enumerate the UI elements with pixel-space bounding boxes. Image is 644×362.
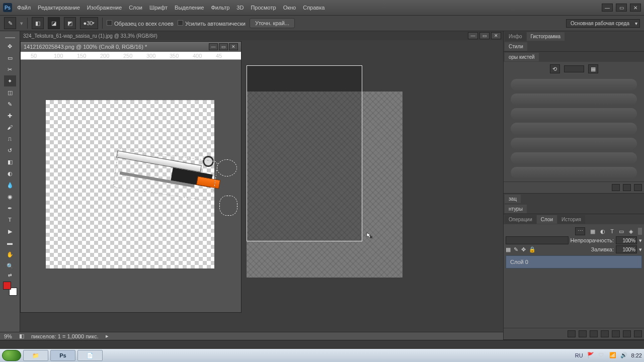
- menu-select[interactable]: Выделение: [175, 5, 204, 11]
- refine-edge-button[interactable]: Уточн. край...: [250, 18, 295, 28]
- front-canvas[interactable]: [21, 60, 241, 312]
- crop-tool[interactable]: ◫: [4, 87, 16, 98]
- tab-paragraph[interactable]: зац: [505, 195, 521, 203]
- menu-view[interactable]: Просмотр: [251, 5, 276, 11]
- tab-histogram[interactable]: Гистограмма: [527, 32, 565, 41]
- gradient-tool[interactable]: ◐: [4, 168, 16, 179]
- marquee-tool[interactable]: ▭: [4, 52, 16, 63]
- layer-item[interactable]: Слой 0: [506, 255, 642, 268]
- taskbar-explorer[interactable]: 📁: [23, 350, 48, 361]
- filter-type-icon[interactable]: T: [610, 228, 614, 234]
- brush-size[interactable]: ●30▾: [80, 17, 98, 29]
- opacity-input[interactable]: [616, 236, 637, 244]
- fill-input[interactable]: [616, 245, 637, 253]
- workspace-dropdown[interactable]: Основная рабочая среда: [566, 19, 640, 28]
- filter-toggle[interactable]: [638, 228, 642, 235]
- tray-flag-icon[interactable]: 🚩: [587, 352, 594, 359]
- tray-lang[interactable]: RU: [575, 352, 583, 358]
- sample-all-layers[interactable]: Образец со всех слоев: [107, 20, 174, 27]
- type-tool[interactable]: T: [4, 214, 16, 225]
- taskbar-photoshop[interactable]: Ps: [50, 350, 75, 361]
- status-doc-icon[interactable]: ◧: [19, 333, 24, 339]
- taskbar-notepad[interactable]: 📄: [77, 350, 103, 361]
- brush-preset[interactable]: [511, 138, 637, 149]
- tab-styles[interactable]: Стили: [505, 42, 527, 51]
- status-arrow-icon[interactable]: ▸: [106, 333, 109, 339]
- fill-stepper-icon[interactable]: ▾: [639, 246, 642, 253]
- brush-preset[interactable]: [511, 152, 637, 164]
- swap-colors-icon[interactable]: ⇄: [4, 272, 16, 278]
- pen-tool[interactable]: ✒: [4, 203, 16, 214]
- tool-preset-icon[interactable]: ✎: [4, 17, 16, 29]
- filter-adjust-icon[interactable]: ◐: [600, 228, 605, 235]
- preset-options-icon[interactable]: [612, 184, 620, 191]
- eyedropper-tool[interactable]: ✎: [4, 99, 16, 110]
- front-document-window[interactable]: 1412162025843.png @ 100% (Слой 0, RGB/16…: [20, 41, 242, 313]
- menu-edit[interactable]: Редактирование: [38, 5, 80, 11]
- blend-mode-dropdown[interactable]: [506, 236, 569, 244]
- menu-3d[interactable]: 3D: [236, 5, 244, 11]
- brush-tool[interactable]: 🖌: [4, 122, 16, 133]
- tray-volume-icon[interactable]: 🔊: [620, 352, 627, 359]
- menu-file[interactable]: Файл: [17, 5, 31, 11]
- brush-size-slider[interactable]: [564, 65, 584, 72]
- path-select-tool[interactable]: ▶: [4, 226, 16, 237]
- doc-titlebar[interactable]: 1412162025843.png @ 100% (Слой 0, RGB/16…: [21, 42, 241, 52]
- tab-paths[interactable]: нтуры: [505, 205, 527, 213]
- healing-tool[interactable]: ✚: [4, 110, 16, 121]
- layer-group-icon[interactable]: [612, 330, 620, 337]
- shape-tool[interactable]: ▬: [4, 237, 16, 248]
- docwin-maximize-button[interactable]: ▭: [219, 43, 228, 50]
- lock-icons[interactable]: ▦ ✎ ✥ 🔒: [506, 246, 536, 253]
- menu-help[interactable]: Справка: [303, 5, 325, 11]
- new-layer-icon[interactable]: [623, 330, 631, 337]
- blur-tool[interactable]: 💧: [4, 179, 16, 191]
- new-selection-icon[interactable]: ◧: [32, 17, 44, 29]
- zoom-level[interactable]: 9%: [4, 333, 12, 339]
- brush-preset[interactable]: [511, 108, 637, 120]
- new-preset-icon[interactable]: [623, 184, 631, 191]
- lock-all-icon[interactable]: 🔒: [529, 246, 536, 253]
- stamp-tool[interactable]: ⎍: [4, 133, 16, 144]
- zoom-tool[interactable]: 🔍: [4, 260, 16, 272]
- brush-preset[interactable]: [511, 94, 637, 105]
- lasso-tool[interactable]: ✂: [4, 64, 16, 75]
- document-tab-bg[interactable]: 324_Tekstura_61-wap_sasisa_ru (1).jpg @ …: [23, 33, 157, 39]
- doc-minimize-button[interactable]: —: [468, 32, 478, 39]
- tray-shield-icon[interactable]: 🛡: [598, 352, 605, 359]
- tray-time[interactable]: 8:22: [631, 352, 642, 358]
- brush-preset[interactable]: [511, 167, 637, 178]
- add-selection-icon[interactable]: ◪: [48, 17, 60, 29]
- maximize-button[interactable]: ▭: [616, 4, 627, 12]
- filter-smart-icon[interactable]: ◈: [629, 228, 633, 235]
- filter-shape-icon[interactable]: ▭: [619, 228, 624, 235]
- adjustment-layer-icon[interactable]: [601, 330, 609, 337]
- filter-pixel-icon[interactable]: ▦: [590, 228, 595, 235]
- lock-brush-icon[interactable]: ✎: [514, 246, 518, 253]
- layer-filter-dropdown[interactable]: ⋯: [575, 227, 585, 235]
- brush-preset[interactable]: [511, 123, 637, 134]
- subtract-selection-icon[interactable]: ◩: [64, 17, 76, 29]
- start-button[interactable]: [2, 350, 21, 361]
- opacity-stepper-icon[interactable]: ▾: [639, 237, 642, 244]
- lock-position-icon[interactable]: ✥: [521, 246, 526, 253]
- doc-restore-button[interactable]: ▭: [479, 32, 490, 39]
- move-tool[interactable]: ✥: [4, 41, 16, 52]
- brush-preset[interactable]: [511, 79, 637, 90]
- delete-layer-icon[interactable]: [634, 330, 642, 337]
- hand-tool[interactable]: ✋: [4, 249, 16, 260]
- menu-image[interactable]: Изображение: [87, 5, 122, 11]
- link-layers-icon[interactable]: [568, 330, 576, 337]
- close-button[interactable]: ✕: [630, 4, 641, 12]
- docwin-minimize-button[interactable]: —: [209, 43, 218, 50]
- brush-presets-list[interactable]: [504, 76, 644, 182]
- tab-info[interactable]: Инфо: [505, 32, 526, 41]
- eraser-tool[interactable]: ◧: [4, 156, 16, 167]
- layer-fx-icon[interactable]: [579, 330, 587, 337]
- docwin-close-button[interactable]: ✕: [229, 43, 238, 50]
- doc-close-button[interactable]: ✕: [491, 32, 501, 39]
- color-swatches[interactable]: [3, 282, 17, 296]
- reset-brush-icon[interactable]: ⟲: [550, 64, 560, 73]
- dodge-tool[interactable]: ◉: [4, 191, 16, 202]
- lock-pixels-icon[interactable]: ▦: [506, 246, 511, 253]
